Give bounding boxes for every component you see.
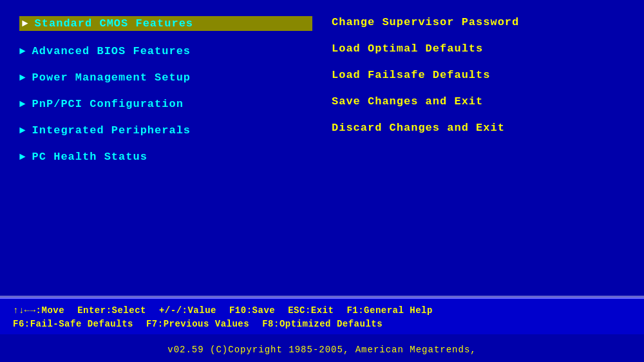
menu-item-load-failsafe[interactable]: Load Failsafe Defaults — [332, 69, 625, 81]
menu-item-advanced-bios[interactable]: ► Advanced BIOS Features — [19, 45, 312, 57]
left-menu: ► Standard CMOS Features ► Advanced BIOS… — [19, 13, 312, 283]
right-menu-label-4: Discard Changes and Exit — [332, 122, 505, 134]
right-menu-label-3: Save Changes and Exit — [332, 95, 483, 108]
menu-label-1: Advanced BIOS Features — [32, 45, 191, 57]
key-save: F10:Save — [229, 305, 275, 316]
key-hints-row1: ↑↓←→:Move Enter:Select +/-/:Value F10:Sa… — [13, 305, 631, 316]
menu-item-load-optimal[interactable]: Load Optimal Defaults — [332, 43, 625, 55]
menu-label-2: Power Management Setup — [32, 71, 191, 84]
menu-item-standard-cmos[interactable]: ► Standard CMOS Features — [19, 16, 312, 31]
key-move: ↑↓←→:Move — [13, 305, 64, 316]
right-menu: Change Supervisor Password Load Optimal … — [312, 13, 625, 283]
copyright-text: v02.59 (C)Copyright 1985-2005, American … — [167, 345, 476, 355]
bottom-bar: ↑↓←→:Move Enter:Select +/-/:Value F10:Sa… — [0, 298, 644, 334]
key-failsafe: F6:Fail-Safe Defaults — [13, 319, 133, 329]
right-menu-label-0: Change Supervisor Password — [332, 16, 519, 28]
key-select: Enter:Select — [77, 305, 146, 316]
copyright-area: v02.59 (C)Copyright 1985-2005, American … — [0, 334, 644, 362]
menu-label-5: PC Health Status — [32, 151, 147, 163]
menu-item-pc-health[interactable]: ► PC Health Status — [19, 151, 312, 163]
menu-item-save-exit[interactable]: Save Changes and Exit — [332, 95, 625, 108]
arrow-icon-2: ► — [19, 72, 26, 84]
menu-item-supervisor-pass[interactable]: Change Supervisor Password — [332, 16, 625, 28]
menu-item-integrated[interactable]: ► Integrated Peripherals — [19, 124, 312, 137]
menu-item-pnp-pci[interactable]: ► PnP/PCI Configuration — [19, 98, 312, 110]
right-menu-label-2: Load Failsafe Defaults — [332, 69, 490, 81]
menu-label-4: Integrated Peripherals — [32, 124, 191, 137]
bios-screen: ► Standard CMOS Features ► Advanced BIOS… — [0, 0, 644, 362]
menu-label-0: Standard CMOS Features — [35, 17, 193, 30]
key-hints-row2: F6:Fail-Safe Defaults F7:Previous Values… — [13, 319, 631, 329]
menu-item-discard-exit[interactable]: Discard Changes and Exit — [332, 122, 625, 134]
key-help: F1:General Help — [346, 305, 433, 316]
menu-item-power-management[interactable]: ► Power Management Setup — [19, 71, 312, 84]
arrow-icon-1: ► — [19, 46, 26, 57]
key-value: +/-/:Value — [159, 305, 216, 316]
key-optimized: F8:Optimized Defaults — [262, 319, 383, 329]
key-esc: ESC:Exit — [288, 305, 334, 316]
arrow-icon-0: ► — [22, 18, 28, 30]
arrow-icon-3: ► — [19, 99, 26, 110]
arrow-icon-4: ► — [19, 125, 26, 137]
arrow-icon-5: ► — [19, 151, 26, 163]
menu-label-3: PnP/PCI Configuration — [32, 98, 184, 110]
menu-area: ► Standard CMOS Features ► Advanced BIOS… — [0, 0, 644, 296]
key-prev-values: F7:Previous Values — [146, 319, 249, 329]
right-menu-label-1: Load Optimal Defaults — [332, 43, 483, 55]
